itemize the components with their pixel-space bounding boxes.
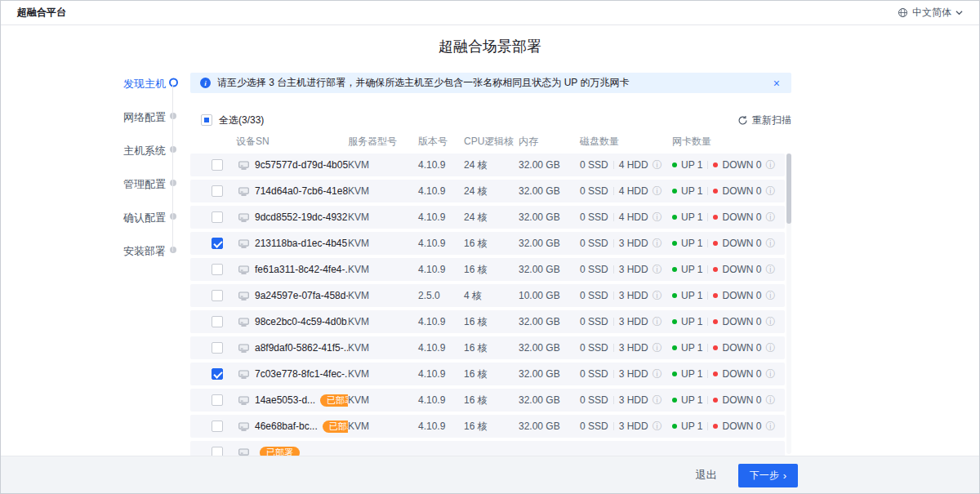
- disk-count: 0 SSD3 HDDⓘ: [580, 342, 672, 354]
- down-count: DOWN 0: [722, 185, 761, 197]
- down-status-dot: [713, 345, 718, 350]
- rescan-button[interactable]: 重新扫描: [737, 113, 791, 127]
- step-dot: [170, 213, 176, 220]
- ssd-count: 0 SSD: [580, 316, 608, 327]
- scrollbar[interactable]: [786, 154, 791, 454]
- up-count: UP 1: [681, 421, 702, 432]
- down-status-dot: [713, 189, 718, 194]
- divider: [707, 292, 708, 300]
- divider: [613, 161, 614, 169]
- exit-button[interactable]: 退出: [696, 468, 717, 483]
- table-row[interactable]: fe61a311-8c42-4fe4-...KVM4.10.916 核32.00…: [190, 258, 785, 281]
- ssd-count: 0 SSD: [580, 159, 608, 171]
- row-checkbox[interactable]: [212, 290, 223, 301]
- step-network-config[interactable]: 网络配置: [96, 109, 166, 122]
- row-checkbox[interactable]: [212, 264, 223, 275]
- rescan-label: 重新扫描: [752, 113, 791, 127]
- brand-title: 超融合平台: [17, 6, 66, 20]
- row-checkbox[interactable]: [212, 421, 223, 432]
- scrollbar-thumb[interactable]: [786, 154, 791, 224]
- select-all-checkbox[interactable]: [201, 114, 212, 126]
- row-checkbox[interactable]: [212, 238, 223, 249]
- step-label: 主机系统: [123, 145, 166, 157]
- down-count: DOWN 0: [722, 368, 761, 380]
- device-cell: 714d64a0-7cb6-41e8...: [233, 185, 348, 197]
- memory: 32.00 GB: [519, 264, 580, 275]
- nic-count: UP 1DOWN 0ⓘ: [672, 316, 785, 327]
- info-circle-icon: ⓘ: [765, 265, 775, 274]
- down-count: DOWN 0: [722, 238, 761, 249]
- language-selector[interactable]: 中文简体: [898, 6, 963, 20]
- table-row[interactable]: 7c03e778-8fc1-4fec-...KVM4.10.916 核32.00…: [190, 363, 785, 385]
- info-circle-icon: ⓘ: [653, 343, 662, 353]
- version: 4.10.9: [418, 185, 464, 197]
- row-checkbox[interactable]: [212, 368, 223, 380]
- server-icon: [238, 160, 250, 171]
- row-checkbox[interactable]: [212, 316, 223, 327]
- info-circle-icon: ⓘ: [765, 369, 775, 379]
- up-status-dot: [672, 345, 677, 350]
- server-model: KVM: [348, 238, 418, 249]
- down-status-dot: [713, 293, 718, 298]
- row-checkbox[interactable]: [212, 159, 223, 171]
- info-circle-icon: ⓘ: [765, 186, 775, 196]
- server-model: KVM: [348, 211, 418, 223]
- up-status-dot: [672, 241, 677, 246]
- device-sn: 14ae5053-d...: [255, 394, 315, 406]
- cpu-cores: 16 核: [464, 263, 519, 277]
- next-button[interactable]: 下一步 ›: [738, 464, 798, 487]
- table-row[interactable]: 213118ba-d1ec-4b45...KVM4.10.916 核32.00 …: [190, 232, 785, 255]
- table-row[interactable]: 714d64a0-7cb6-41e8...KVM4.10.924 核32.00 …: [190, 180, 785, 202]
- device-cell: a8f9daf0-5862-41f5-...: [233, 342, 348, 354]
- steps-connector-line: [172, 84, 173, 251]
- table-row[interactable]: 9dcd8552-19dc-4932...KVM4.10.924 核32.00 …: [190, 206, 785, 229]
- info-circle-icon: ⓘ: [653, 291, 662, 300]
- step-confirm-config[interactable]: 确认配置: [96, 210, 166, 223]
- step-management-config[interactable]: 管理配置: [96, 176, 166, 189]
- table-row[interactable]: 9c57577d-d79d-4b05...KVM4.10.924 核32.00 …: [190, 154, 785, 176]
- hdd-count: 3 HDD: [619, 290, 648, 301]
- version: 4.10.9: [418, 394, 464, 406]
- down-status-dot: [713, 372, 718, 376]
- divider: [707, 161, 708, 169]
- table-row[interactable]: 98ce2bc0-4c59-4d0b...KVM4.10.916 核32.00 …: [190, 310, 785, 333]
- divider: [613, 187, 614, 195]
- server-model: KVM: [348, 368, 418, 380]
- row-checkbox[interactable]: [212, 342, 223, 354]
- table-row[interactable]: a8f9daf0-5862-41f5-...KVM4.10.916 核32.00…: [190, 336, 785, 359]
- chevron-down-icon: [956, 10, 963, 16]
- table-row[interactable]: 9a24597e-07fa-458d-...KVM2.5.04 核10.00 G…: [190, 284, 785, 307]
- divider: [707, 265, 708, 274]
- app-window: 超融合平台 中文简体 超融合场景部署 发现主机 网络配置 主机系统 管理配置 确…: [0, 0, 980, 494]
- ssd-count: 0 SSD: [580, 211, 608, 223]
- divider: [707, 318, 708, 326]
- row-checkbox[interactable]: [212, 394, 223, 406]
- server-model: KVM: [348, 394, 418, 406]
- select-all[interactable]: 全选(3/33): [201, 113, 264, 127]
- cpu-cores: 16 核: [464, 367, 519, 381]
- info-circle-icon: ⓘ: [653, 395, 662, 405]
- row-checkbox[interactable]: [212, 185, 223, 197]
- row-checkbox[interactable]: [212, 211, 223, 223]
- step-label: 确认配置: [123, 211, 166, 224]
- step-host-system[interactable]: 主机系统: [96, 143, 166, 156]
- table-row[interactable]: 已部署: [190, 441, 785, 456]
- hdd-count: 3 HDD: [619, 238, 648, 249]
- info-circle-icon: ⓘ: [653, 421, 662, 431]
- up-status-dot: [672, 398, 677, 403]
- down-status-dot: [713, 215, 718, 220]
- close-icon[interactable]: ×: [772, 78, 782, 89]
- memory: 32.00 GB: [519, 238, 580, 249]
- divider: [707, 370, 708, 378]
- table-row[interactable]: 14ae5053-d...已部署KVM4.10.916 核32.00 GB0 S…: [190, 389, 785, 412]
- row-checkbox[interactable]: [212, 447, 223, 456]
- device-sn: fe61a311-8c42-4fe4-...: [255, 264, 348, 275]
- checkbox-cell: [190, 421, 233, 432]
- device-cell: fe61a311-8c42-4fe4-...: [233, 264, 348, 275]
- up-count: UP 1: [681, 290, 702, 301]
- table-row[interactable]: 46e68baf-bc...已部署KVM4.10.916 核32.00 GB0 …: [190, 415, 785, 438]
- server-model: KVM: [348, 342, 418, 354]
- step-install-deploy[interactable]: 安装部署: [96, 243, 166, 256]
- step-discover-hosts[interactable]: 发现主机: [96, 76, 166, 89]
- version: 4.10.9: [418, 211, 464, 223]
